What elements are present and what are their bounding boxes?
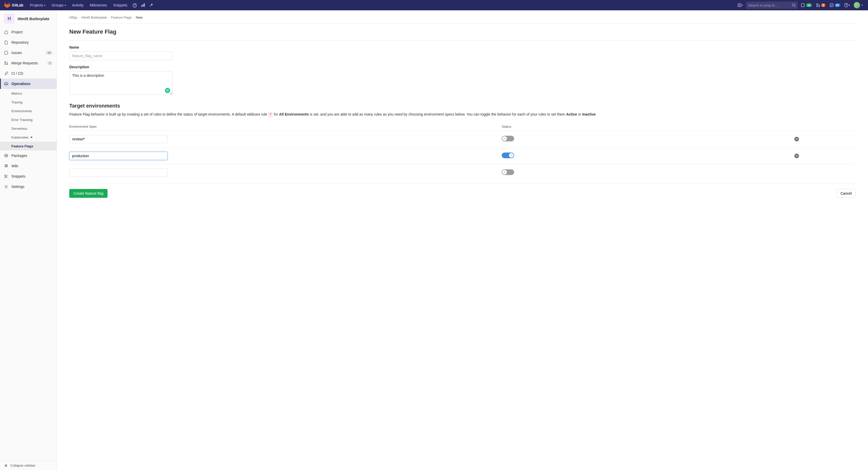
issues-counter[interactable]: 11 [800,3,813,7]
chevron-double-left-icon [4,464,8,467]
sidebar-item-label: Repository [11,40,29,44]
issues-icon [801,3,805,7]
svg-point-9 [818,6,820,7]
svg-point-5 [793,4,795,6]
svg-point-16 [5,175,6,176]
sidebar-item-label: Issues [11,51,22,55]
nav-activity[interactable]: Activity [69,0,86,10]
breadcrumb: H5bp› Html5 Boilerplate› Feature Flags› … [69,14,856,24]
book-icon [4,164,8,168]
delete-row-button[interactable]: ✕ [794,137,799,142]
gitlab-logo[interactable]: GitLab [4,2,23,8]
page-title: New Feature Flag [69,28,856,35]
create-feature-flag-button[interactable]: Create feature flag [69,189,107,198]
issues-icon [4,51,8,55]
plus-dropdown[interactable]: ▾ [737,2,744,9]
grammarly-icon[interactable]: G [165,88,170,93]
help-dropdown[interactable]: ▾ [843,2,851,9]
todos-counter[interactable]: 20 [829,3,841,7]
column-environment-spec: Environment Spec [69,125,502,128]
environment-spec-input[interactable] [69,168,167,177]
environment-row: ✓✕ [69,147,856,164]
cancel-button[interactable]: Cancel [836,189,856,198]
sidebar-item-project[interactable]: Project [0,27,57,37]
search-input[interactable] [748,3,792,7]
sub-item-error-tracking[interactable]: Error Tracking [0,115,57,124]
top-navbar: GitLab Projects▾ Groups▾ Activity Milest… [0,0,868,10]
environment-spec-input[interactable] [69,135,167,143]
svg-rect-6 [801,4,804,7]
chart-icon[interactable] [139,2,147,9]
merge-request-icon [4,61,8,65]
count-badge: 1 [47,61,53,65]
project-avatar: H [4,13,14,24]
nav-projects[interactable]: Projects▾ [27,0,48,10]
sidebar-item-cicd[interactable]: CI / CD [0,68,57,79]
breadcrumb-item[interactable]: H5bp [69,15,77,20]
wildcard-badge: * [268,112,273,117]
count-badge: 13 [46,51,53,55]
rocket-icon [4,71,8,75]
wrench-icon[interactable] [148,2,155,9]
sub-item-serverless[interactable]: Serverless [0,124,57,133]
sub-item-kubernetes[interactable]: Kubernetes [0,133,57,142]
sidebar-item-label: Project [11,30,23,34]
svg-rect-1 [142,5,142,7]
sidebar-item-wiki[interactable]: Wiki [0,161,57,171]
doc-icon [4,40,8,44]
todos-badge: 20 [835,3,840,7]
nav-snippets[interactable]: Snippets [111,0,130,10]
performance-icon[interactable] [131,2,138,9]
gitlab-icon [4,2,10,8]
name-label: Name [69,45,173,50]
project-header[interactable]: H Html5 Boilerplate [0,10,57,27]
breadcrumb-item[interactable]: Html5 Boilerplate [82,15,107,20]
sidebar-item-merge-requests[interactable]: Merge Requests1 [0,58,57,68]
name-input[interactable] [69,52,173,60]
delete-row-button[interactable]: ✕ [794,154,799,158]
project-sidebar: H Html5 Boilerplate Project Repository I… [0,10,57,470]
sidebar-item-label: Wiki [11,164,18,168]
sidebar-item-settings[interactable]: Settings [0,182,57,192]
project-name: Html5 Boilerplate [18,17,50,21]
description-label: Description [69,65,173,69]
chevron-down-icon: ▾ [65,4,66,7]
sidebar-item-label: Settings [11,185,25,189]
mr-badge: 1 [821,3,825,7]
nav-groups[interactable]: Groups▾ [49,0,68,10]
sub-item-feature-flags[interactable]: Feature Flags [0,142,57,151]
description-input[interactable] [69,71,173,95]
sidebar-item-label: Kubernetes [11,135,29,139]
home-icon [4,30,8,34]
collapse-sidebar[interactable]: Collapse sidebar [0,461,57,470]
environment-row: ✕ [69,164,856,181]
brand-text: GitLab [12,3,23,7]
environment-spec-input[interactable] [69,152,167,160]
main-content: H5bp› Html5 Boilerplate› Feature Flags› … [57,10,868,470]
sub-item-environments[interactable]: Environments [0,106,57,115]
sidebar-item-label: Operations [11,82,31,86]
user-menu[interactable]: ▾ [853,2,864,8]
sidebar-item-packages[interactable]: Packages [0,151,57,161]
sidebar-item-operations[interactable]: Operations [0,79,57,89]
breadcrumb-item[interactable]: Feature Flags [111,15,131,20]
breadcrumb-current: New [136,15,143,20]
sub-item-metrics[interactable]: Metrics [0,89,57,98]
status-toggle[interactable]: ✕ [502,136,514,142]
sidebar-item-issues[interactable]: Issues13 [0,48,57,58]
svg-rect-3 [144,3,145,7]
global-search[interactable] [746,2,798,9]
status-toggle[interactable]: ✕ [502,169,514,175]
sidebar-item-label: Packages [11,154,27,158]
sidebar-item-repository[interactable]: Repository [0,37,57,48]
nav-milestones[interactable]: Milestones [87,0,110,10]
issues-badge: 11 [806,3,812,7]
sub-item-tracing[interactable]: Tracing [0,98,57,106]
mr-counter[interactable]: 1 [815,3,826,7]
sidebar-item-snippets[interactable]: Snippets [0,171,57,182]
svg-point-7 [816,4,817,5]
scissors-icon [4,174,8,178]
status-toggle[interactable]: ✓ [502,153,514,158]
gear-icon [4,185,8,189]
user-avatar [854,2,860,8]
